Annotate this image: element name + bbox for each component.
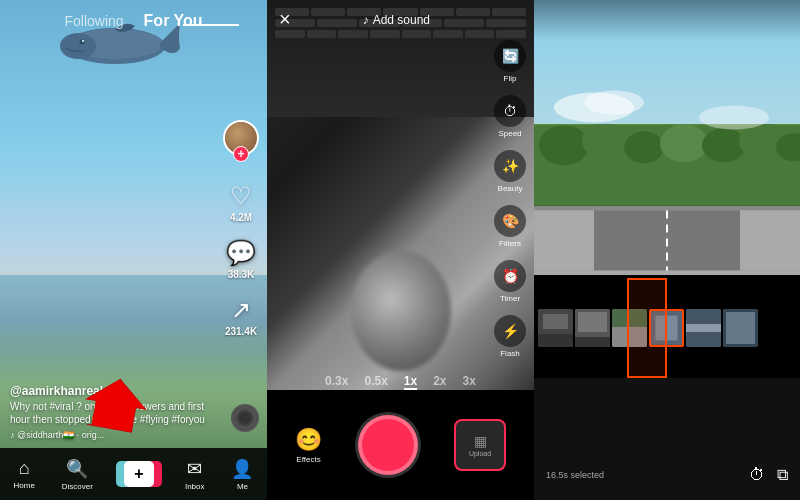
camera-tools: 🔄 Flip ⏱ Speed ✨ Beauty 🎨 Filters ⏰ Time… — [494, 40, 526, 358]
svg-rect-23 — [543, 314, 568, 329]
svg-rect-24 — [538, 334, 573, 347]
camera-close-button[interactable]: × — [279, 8, 291, 31]
effects-button[interactable]: 😊 Effects — [295, 427, 322, 464]
speed-icon: ⏱ — [494, 95, 526, 127]
nav-home-label: Home — [13, 481, 34, 490]
comment-button[interactable]: 💬 38.3K — [226, 239, 256, 280]
flash-tool[interactable]: ⚡ Flash — [494, 315, 526, 358]
svg-rect-27 — [575, 337, 610, 347]
create-button[interactable]: + — [120, 461, 158, 487]
heart-icon: ♡ — [230, 182, 252, 210]
svg-point-8 — [699, 106, 769, 130]
like-button[interactable]: ♡ 4.2M — [230, 182, 252, 223]
creator-avatar-container[interactable]: + — [223, 120, 259, 156]
speed-05x[interactable]: 0.5x — [364, 374, 387, 390]
camera-panel: × ♪ Add sound 🔄 Flip ⏱ Speed ✨ Beauty 🎨 … — [267, 0, 534, 500]
strip-frame — [538, 309, 573, 347]
profile-icon: 👤 — [231, 458, 253, 480]
speed-1x[interactable]: 1x — [404, 374, 417, 390]
nav-inbox[interactable]: ✉ Inbox — [185, 458, 205, 491]
filters-icon: 🎨 — [494, 205, 526, 237]
home-icon: ⌂ — [19, 458, 30, 479]
mic-fluffy-texture — [351, 251, 451, 371]
music-note-icon: ♪ — [363, 13, 369, 27]
svg-point-7 — [584, 91, 644, 115]
svg-rect-26 — [578, 312, 607, 332]
timer-tool[interactable]: ⏰ Timer — [494, 260, 526, 303]
preview-top-gradient — [534, 0, 800, 41]
microphone-image — [351, 251, 451, 371]
flash-icon: ⚡ — [494, 315, 526, 347]
editor-duration-info: 16.5s selected — [546, 470, 604, 480]
svg-rect-33 — [686, 324, 721, 332]
filters-tool[interactable]: 🎨 Filters — [494, 205, 526, 248]
strip-frame — [723, 309, 758, 347]
nav-me-label: Me — [237, 482, 248, 491]
share-button[interactable]: ↗ 231.4K — [225, 296, 257, 337]
music-disc — [231, 404, 259, 432]
red-arrow-indicator — [74, 368, 155, 450]
follow-button[interactable]: + — [233, 146, 249, 162]
search-icon: 🔍 — [66, 458, 88, 480]
svg-rect-35 — [726, 312, 755, 344]
svg-point-4 — [82, 40, 84, 42]
flip-icon: 🔄 — [494, 40, 526, 72]
upload-grid-icon: ▦ — [474, 433, 487, 449]
strip-frame — [575, 309, 610, 347]
editor-toolbar: 16.5s selected ⏱ ⧉ — [534, 450, 800, 500]
beauty-label: Beauty — [498, 184, 523, 193]
camera-bottom-controls: 😊 Effects ▦ Upload — [267, 390, 534, 500]
nav-discover-label: Discover — [62, 482, 93, 491]
beauty-icon: ✨ — [494, 150, 526, 182]
smiley-icon: 😊 — [295, 427, 322, 453]
feed-actions: + ♡ 4.2M 💬 38.3K ↗ 231.4K — [223, 120, 259, 337]
share-icon: ↗ — [231, 296, 251, 324]
camera-header: × ♪ Add sound — [267, 0, 534, 39]
effects-label: Effects — [296, 455, 320, 464]
strip-selection-indicator — [627, 278, 667, 378]
timer-action-icon[interactable]: ⏱ — [749, 466, 765, 484]
flip-tool[interactable]: 🔄 Flip — [494, 40, 526, 83]
speed-tool[interactable]: ⏱ Speed — [494, 95, 526, 138]
bottom-navigation: ⌂ Home 🔍 Discover + ✉ Inbox 👤 Me — [0, 448, 267, 500]
filters-label: Filters — [499, 239, 521, 248]
editor-action-buttons: ⏱ ⧉ — [749, 466, 788, 484]
editor-panel: 16.5s selected ⏱ ⧉ — [534, 0, 800, 500]
nav-home[interactable]: ⌂ Home — [13, 458, 34, 490]
foryou-tab[interactable]: For You — [144, 12, 203, 29]
active-tab-indicator — [183, 24, 239, 26]
speed-2x[interactable]: 2x — [433, 374, 446, 390]
speed-3x[interactable]: 3x — [463, 374, 476, 390]
timer-label: Timer — [500, 294, 520, 303]
nav-me[interactable]: 👤 Me — [231, 458, 253, 491]
feed-header: Following For You — [0, 0, 267, 38]
strip-frame — [686, 309, 721, 347]
speed-controls: 0.3x 0.5x 1x 2x 3x — [267, 374, 534, 390]
add-sound-label: Add sound — [373, 13, 430, 27]
inbox-icon: ✉ — [187, 458, 202, 480]
plus-icon: + — [124, 461, 154, 487]
share-count: 231.4K — [225, 326, 257, 337]
speed-label: Speed — [498, 129, 521, 138]
nav-create[interactable]: + — [120, 461, 158, 487]
comment-icon: 💬 — [226, 239, 256, 267]
record-button[interactable] — [358, 415, 418, 475]
flip-label: Flip — [504, 74, 517, 83]
nav-discover[interactable]: 🔍 Discover — [62, 458, 93, 491]
editor-preview-top — [534, 0, 800, 275]
beauty-tool[interactable]: ✨ Beauty — [494, 150, 526, 193]
speed-03x[interactable]: 0.3x — [325, 374, 348, 390]
timer-icon: ⏰ — [494, 260, 526, 292]
copy-action-icon[interactable]: ⧉ — [777, 466, 788, 484]
comment-count: 38.3K — [228, 269, 255, 280]
svg-point-3 — [80, 40, 85, 45]
flash-label: Flash — [500, 349, 520, 358]
upload-label: Upload — [469, 450, 491, 457]
feed-panel: Following For You + ♡ 4.2M 💬 38.3K ↗ 231… — [0, 0, 267, 500]
upload-button[interactable]: ▦ Upload — [454, 419, 506, 471]
svg-marker-5 — [82, 374, 150, 434]
following-tab[interactable]: Following — [64, 13, 123, 29]
like-count: 4.2M — [230, 212, 252, 223]
editor-filmstrip[interactable] — [534, 278, 800, 378]
add-sound-button[interactable]: ♪ Add sound — [363, 13, 430, 27]
